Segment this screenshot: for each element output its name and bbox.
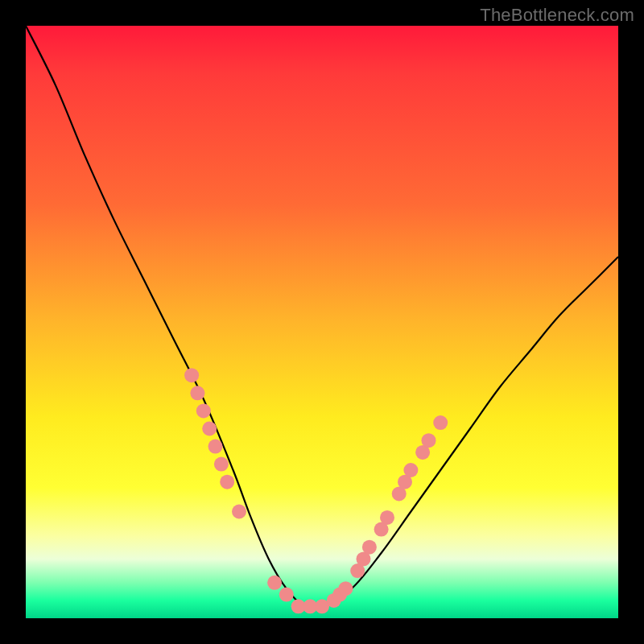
- plot-area: [26, 26, 618, 618]
- data-marker: [403, 463, 418, 477]
- data-marker: [184, 368, 199, 382]
- data-marker: [380, 510, 394, 525]
- data-marker: [190, 386, 204, 400]
- curve-group: [26, 26, 618, 609]
- data-marker: [202, 422, 217, 436]
- data-marker: [338, 581, 353, 596]
- data-marker: [208, 440, 223, 454]
- data-marker: [196, 403, 211, 418]
- data-marker: [220, 475, 234, 489]
- data-marker: [422, 433, 436, 448]
- watermark-text: TheBottleneck.com: [480, 5, 634, 26]
- data-marker: [362, 540, 377, 555]
- chart-svg: [26, 26, 618, 618]
- data-marker: [279, 588, 294, 602]
- bottleneck-curve: [26, 26, 618, 609]
- data-marker: [214, 457, 229, 472]
- markers-group: [184, 368, 448, 613]
- data-marker: [232, 505, 246, 519]
- data-marker: [267, 576, 282, 590]
- chart-frame: TheBottleneck.com: [0, 0, 644, 644]
- data-marker: [433, 415, 448, 430]
